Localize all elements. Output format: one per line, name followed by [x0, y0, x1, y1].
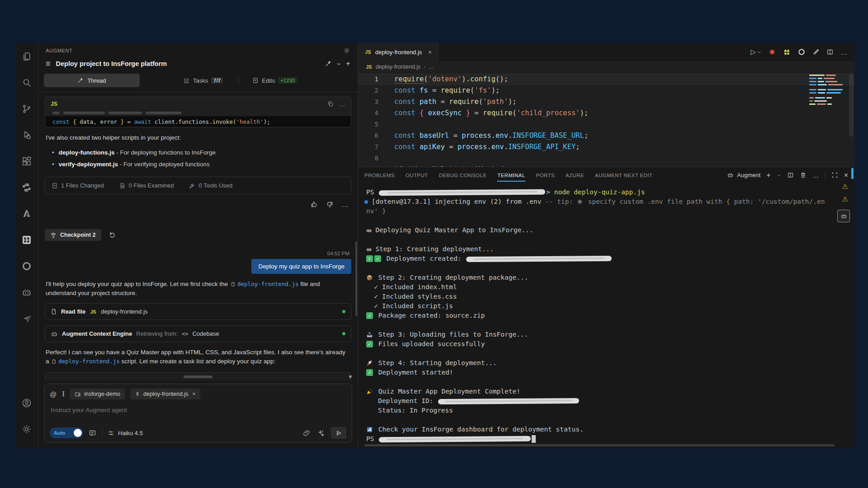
warning-icon[interactable]: ⚠ [842, 195, 848, 203]
model-selector[interactable]: Haiku 4.5 [108, 430, 143, 436]
copy-icon[interactable] [327, 101, 334, 107]
undo-icon[interactable] [108, 231, 116, 239]
chevron-down-icon[interactable] [777, 173, 781, 178]
close-icon[interactable]: × [192, 391, 195, 397]
tab-tasks[interactable]: Tasks 7/7 [183, 77, 223, 84]
starburst-icon[interactable] [768, 48, 776, 56]
terminal-line [366, 263, 854, 273]
folder-icon [75, 391, 81, 397]
tab-edits[interactable]: Edits +1230 [252, 77, 297, 84]
panel-tab-problems[interactable]: PROBLEMS [364, 173, 395, 178]
ellipsis-icon[interactable]: … [339, 100, 345, 108]
tab-deploy-frontend[interactable]: JS deploy-frontend.js × [358, 43, 439, 61]
augment-terminal-profile[interactable]: Augment [727, 172, 760, 178]
augment-icon[interactable] [17, 282, 37, 302]
tab-thread-label: Thread [87, 77, 106, 84]
tool-call-read-file[interactable]: Read file JS deploy-frontend.js [45, 303, 351, 320]
terminal-output[interactable]: PS > node deploy-quiz-app.js[dotenv@17.3… [358, 183, 854, 444]
warning-icon[interactable]: ⚠ [842, 183, 848, 191]
azure-icon[interactable] [17, 204, 37, 224]
send-button[interactable] [331, 427, 346, 439]
search-icon[interactable] [17, 73, 37, 93]
panel-tab-debug-console[interactable]: DEBUG CONSOLE [439, 173, 487, 178]
chevron-down-icon[interactable] [336, 61, 341, 66]
tab-tasks-label: Tasks [193, 77, 208, 84]
account-icon[interactable] [17, 393, 37, 413]
comment-icon[interactable] [89, 429, 96, 437]
augment-next-edit-button[interactable] [837, 210, 850, 222]
close-icon[interactable]: × [428, 49, 432, 56]
text-cursor-icon[interactable]: I [62, 390, 65, 398]
sparkles-icon[interactable] [317, 429, 325, 437]
panel-tab-ports[interactable]: PORTS [536, 173, 555, 178]
source-control-icon[interactable] [17, 99, 37, 119]
tab-thread[interactable]: Thread [44, 74, 140, 87]
pin-icon [135, 391, 140, 397]
mention-icon[interactable]: @ [50, 390, 57, 398]
thumbs-down-icon[interactable] [326, 201, 334, 208]
turn-stats-bar[interactable]: 1 Files Changed0 Files Examined0 Tools U… [45, 177, 351, 194]
new-thread-button[interactable]: + [346, 59, 350, 68]
user-message-bubble[interactable]: Deploy my quiz app to InsForge [251, 259, 351, 274]
file-link[interactable]: deploy-frontend.js [230, 281, 298, 287]
context-chip-file[interactable]: deploy-frontend.js × [130, 389, 200, 399]
assistant-text: I'll help you deploy your quiz app to In… [46, 280, 350, 298]
new-terminal-icon[interactable]: + [766, 171, 770, 179]
editor-scrollbar[interactable] [849, 74, 854, 137]
magic-wand-icon[interactable] [325, 60, 332, 67]
breadcrumb[interactable]: JS deploy-frontend.js › ... [358, 61, 854, 73]
breadcrumb-file: deploy-frontend.js [376, 64, 420, 70]
panel-tab-augment-next-edit[interactable]: AUGMENT NEXT EDIT [595, 173, 652, 178]
extensions-icon[interactable] [17, 151, 37, 171]
checkpoint-chip[interactable]: Checkpoint 2 [45, 229, 101, 241]
panel-tab-azure[interactable]: AZURE [566, 173, 584, 178]
settings-gear-icon[interactable] [17, 419, 37, 439]
split-editor-icon[interactable] [826, 48, 834, 56]
scrollbar-handle[interactable] [184, 375, 212, 378]
gear-icon[interactable] [343, 47, 350, 54]
trash-icon[interactable] [800, 172, 807, 178]
panel-tab-output[interactable]: OUTPUT [406, 173, 428, 178]
kilo-icon[interactable] [17, 230, 37, 250]
chat-scrollbar[interactable] [355, 241, 357, 316]
more-actions-icon[interactable]: … [342, 201, 349, 208]
ellipsis-icon[interactable]: … [840, 48, 847, 56]
auto-toggle[interactable]: Auto [50, 427, 83, 438]
arrow-extension-icon[interactable] [17, 309, 37, 328]
scroll-to-bottom-button[interactable]: ▼ [348, 374, 353, 380]
context-chip-workspace[interactable]: insforge-demo [70, 389, 125, 399]
run-icon[interactable]: ▷ [750, 48, 761, 56]
code-editor[interactable]: 1require('dotenv').config();2const fs = … [358, 73, 854, 167]
panel-tab-terminal[interactable]: TERMINAL [497, 173, 525, 178]
agent-input-placeholder[interactable]: Instruct your Augment agent [51, 407, 345, 413]
attach-icon[interactable] [303, 429, 311, 437]
file-link[interactable]: deploy-frontend.js [51, 358, 119, 365]
terminal-line: Step 4: Starting deployment... [366, 358, 854, 368]
code-line: 3const path = require('path'); [358, 96, 854, 108]
terminal-horizontal-scrollbar[interactable] [364, 444, 835, 446]
kilo-icon[interactable] [783, 48, 791, 56]
code-line: 6const baseUrl = process.env.INSFORGE_BA… [358, 130, 854, 141]
ellipsis-icon[interactable]: … [812, 171, 819, 179]
feedback-row: … [47, 201, 349, 208]
code-lang-label: JS [51, 101, 57, 107]
augment-robot-icon [51, 330, 58, 338]
breadcrumb-more[interactable]: ... [429, 64, 434, 70]
tool-call-context-engine[interactable]: Augment Context Engine Retrieving from: … [45, 325, 351, 342]
file-examined-stat: 0 Files Examined [119, 182, 174, 189]
pencil-icon[interactable] [812, 48, 820, 56]
scrollbar-marker[interactable] [851, 168, 854, 179]
openai-icon[interactable] [17, 256, 37, 276]
sliders-icon [108, 430, 114, 436]
run-debug-icon[interactable] [17, 125, 37, 145]
python-icon[interactable] [17, 178, 37, 197]
split-terminal-icon[interactable] [787, 172, 794, 178]
openai-icon[interactable] [797, 48, 806, 56]
minimap[interactable] [809, 75, 843, 107]
chat-scroll-area[interactable]: JS … const { data, error } = await clien… [38, 92, 358, 381]
signpost-icon [50, 232, 57, 238]
code-line: const { data, error } = await client.fun… [45, 116, 351, 127]
menu-icon[interactable]: ≡ [46, 60, 51, 68]
thumbs-up-icon[interactable] [310, 201, 318, 208]
explorer-icon[interactable] [17, 47, 37, 66]
